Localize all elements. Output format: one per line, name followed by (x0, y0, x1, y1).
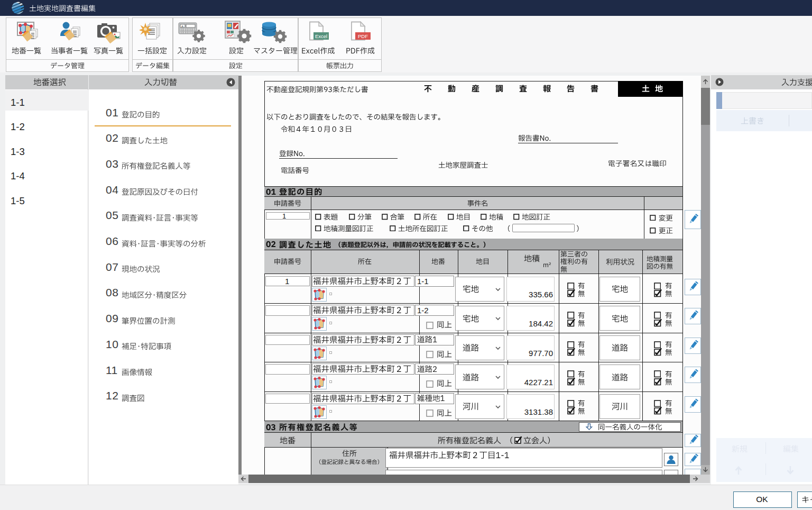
svg-text:A: A (181, 25, 183, 28)
svg-text:Excel: Excel (315, 33, 327, 39)
svg-text:PDF: PDF (358, 33, 368, 39)
